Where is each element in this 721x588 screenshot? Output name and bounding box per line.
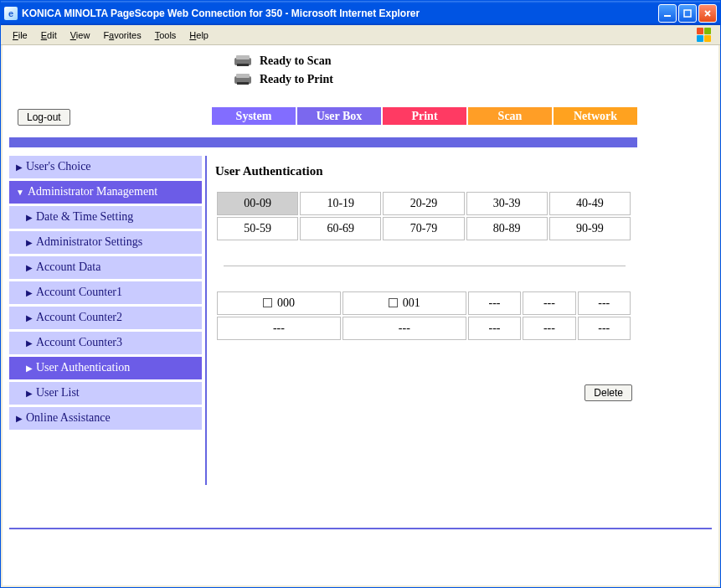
titlebar: e KONICA MINOLTA PageScope Web Connectio… — [1, 1, 720, 25]
tab-system[interactable]: System — [212, 107, 296, 125]
user-row: 000 001 --- --- --- — [217, 291, 631, 315]
sidebar: ▶User's Choice ▼Administrator Management… — [9, 156, 207, 485]
sidebar-item-date-time[interactable]: ▶Date & Time Setting — [9, 206, 202, 231]
divider-bar — [9, 137, 637, 147]
chevron-right-icon: ▶ — [16, 162, 23, 172]
user-cell[interactable]: --- — [217, 317, 341, 340]
close-button[interactable] — [698, 4, 717, 23]
maximize-button[interactable] — [678, 4, 697, 23]
sidebar-item-account-counter2[interactable]: ▶Account Counter2 — [9, 307, 202, 332]
range-cell[interactable]: 00-09 — [217, 192, 298, 215]
user-cell[interactable]: 000 — [217, 291, 341, 315]
range-cell[interactable]: 60-69 — [300, 217, 381, 240]
scan-status-row: Ready to Scan — [233, 52, 333, 70]
user-row: --- --- --- --- --- — [217, 317, 631, 340]
sidebar-item-online-assistance[interactable]: ▶Online Assistance — [9, 407, 202, 432]
delete-button[interactable]: Delete — [585, 384, 632, 401]
sidebar-item-user-authentication[interactable]: ▶User Authentication — [9, 357, 202, 382]
range-cell[interactable]: 30-39 — [466, 192, 548, 215]
minimize-button[interactable] — [658, 4, 677, 23]
tab-scan[interactable]: Scan — [468, 107, 552, 125]
sidebar-label: User's Choice — [26, 160, 91, 173]
user-cell[interactable]: --- — [342, 317, 466, 340]
user-label: 001 — [403, 297, 420, 309]
page-body: Ready to Scan Ready to Print Log-out Sys… — [3, 45, 718, 585]
print-status-text: Ready to Print — [260, 73, 333, 86]
chevron-right-icon: ▶ — [26, 238, 33, 247]
sidebar-label: Account Counter1 — [36, 286, 122, 299]
user-cell[interactable]: --- — [468, 291, 521, 315]
print-status-row: Ready to Print — [233, 70, 333, 89]
range-cell[interactable]: 20-29 — [383, 192, 464, 215]
menu-file[interactable]: File — [6, 28, 34, 42]
sidebar-item-account-counter1[interactable]: ▶Account Counter1 — [9, 281, 202, 307]
menu-tools[interactable]: Tools — [148, 28, 183, 42]
chevron-right-icon: ▶ — [26, 338, 33, 348]
printer-status-block: Ready to Scan Ready to Print — [233, 52, 333, 89]
sidebar-label: Account Data — [36, 260, 100, 274]
user-cell[interactable]: 001 — [342, 291, 466, 315]
sidebar-item-account-data[interactable]: ▶Account Data — [9, 256, 202, 281]
user-cell[interactable]: --- — [523, 317, 575, 340]
hr-divider — [224, 266, 626, 266]
sidebar-item-admin-management[interactable]: ▼Administrator Management — [9, 181, 202, 206]
window-title: KONICA MINOLTA PageScope Web Connection … — [22, 8, 658, 19]
page-title: User Authentication — [215, 156, 637, 190]
sidebar-label: Date & Time Setting — [36, 210, 133, 224]
checkbox-icon[interactable] — [263, 298, 272, 307]
range-cell[interactable]: 50-59 — [217, 217, 298, 240]
range-cell[interactable]: 90-99 — [549, 217, 631, 240]
main-pane: User Authentication 00-09 10-19 20-29 30… — [207, 156, 637, 485]
checkbox-icon[interactable] — [389, 298, 398, 307]
menu-help[interactable]: Help — [183, 28, 215, 42]
sidebar-label: Administrator Settings — [36, 235, 142, 249]
printer-icon — [233, 73, 253, 86]
menu-favorites[interactable]: Favorites — [96, 28, 147, 42]
chevron-right-icon: ▶ — [26, 389, 33, 398]
chevron-right-icon: ▶ — [26, 263, 33, 272]
menu-view[interactable]: View — [64, 28, 97, 42]
range-cell[interactable]: 70-79 — [383, 217, 464, 240]
nav-tabs: System User Box Print Scan Network — [212, 107, 637, 125]
user-table: 000 001 --- --- --- --- --- --- --- --- — [215, 290, 632, 342]
main-split: ▶User's Choice ▼Administrator Management… — [9, 156, 637, 485]
svg-rect-0 — [664, 15, 671, 17]
range-cell[interactable]: 80-89 — [466, 217, 548, 240]
windows-logo-icon — [697, 28, 715, 43]
tab-network[interactable]: Network — [554, 107, 637, 125]
sidebar-label: Account Counter3 — [36, 336, 122, 349]
sidebar-item-account-counter3[interactable]: ▶Account Counter3 — [9, 332, 202, 357]
bottom-divider — [9, 528, 712, 529]
content-area: Ready to Scan Ready to Print Log-out Sys… — [1, 45, 720, 587]
range-table: 00-09 10-19 20-29 30-39 40-49 50-59 60-6… — [215, 190, 632, 242]
range-cell[interactable]: 10-19 — [300, 192, 381, 215]
ie-app-icon: e — [4, 7, 18, 20]
chevron-down-icon: ▼ — [16, 188, 24, 197]
sidebar-label: Account Counter2 — [36, 311, 122, 324]
scan-status-text: Ready to Scan — [260, 54, 332, 68]
user-cell[interactable]: --- — [468, 317, 521, 340]
tab-print[interactable]: Print — [383, 107, 466, 125]
tab-userbox[interactable]: User Box — [297, 107, 381, 125]
sidebar-label: Online Assistance — [26, 411, 111, 425]
svg-rect-1 — [684, 10, 691, 17]
user-cell[interactable]: --- — [523, 291, 575, 315]
sidebar-item-users-choice[interactable]: ▶User's Choice — [9, 156, 202, 181]
logout-button[interactable]: Log-out — [18, 109, 70, 126]
svg-rect-3 — [236, 55, 250, 59]
user-cell[interactable]: --- — [578, 291, 631, 315]
sidebar-item-admin-settings[interactable]: ▶Administrator Settings — [9, 231, 202, 256]
sidebar-label: Administrator Management — [28, 185, 157, 199]
user-label: 000 — [277, 297, 295, 309]
sidebar-item-user-list[interactable]: ▶User List — [9, 382, 202, 407]
chevron-right-icon: ▶ — [26, 364, 33, 373]
menubar: File Edit View Favorites Tools Help — [1, 25, 720, 45]
app-window: e KONICA MINOLTA PageScope Web Connectio… — [0, 0, 721, 588]
range-row: 00-09 10-19 20-29 30-39 40-49 — [217, 192, 631, 215]
chevron-right-icon: ▶ — [26, 288, 33, 297]
svg-rect-6 — [236, 74, 250, 78]
sidebar-label: User Authentication — [36, 361, 130, 374]
menu-edit[interactable]: Edit — [34, 28, 64, 42]
user-cell[interactable]: --- — [578, 317, 631, 340]
range-cell[interactable]: 40-49 — [549, 192, 631, 215]
